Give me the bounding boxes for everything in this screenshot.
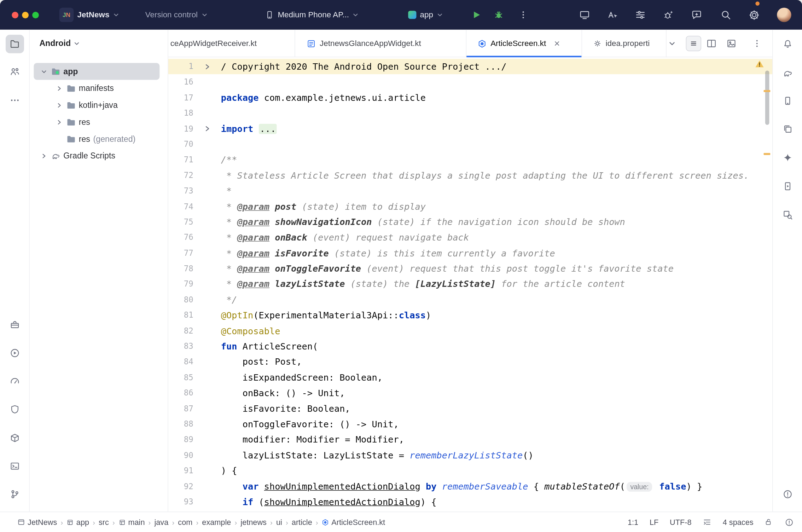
device-manager-button[interactable] [773, 96, 802, 106]
search-everywhere-button[interactable] [720, 0, 732, 30]
line-number[interactable]: 81 [168, 308, 193, 323]
gemini-chat-button[interactable] [691, 0, 702, 30]
code-text[interactable]: ) { [221, 463, 237, 479]
code-text[interactable]: onBack: () -> Unit, [221, 385, 345, 401]
breadcrumb-item[interactable]: com [178, 518, 192, 527]
chevron-right-icon[interactable] [55, 102, 63, 108]
line-number[interactable]: 16 [168, 74, 193, 90]
code-text[interactable]: post: Post, [221, 354, 302, 370]
code-text[interactable]: var showUnimplementedActionDialog by rem… [221, 479, 702, 494]
line-number[interactable]: 18 [168, 105, 193, 121]
tree-item-gradle-scripts[interactable]: Gradle Scripts [30, 148, 168, 164]
tab-idea-properties[interactable]: idea.properti [582, 30, 667, 57]
preview-image-button[interactable] [726, 30, 737, 57]
code-text[interactable]: lazyListState: LazyListState = rememberL… [221, 447, 534, 463]
code-text[interactable]: /** [221, 152, 237, 168]
code-text[interactable]: * Stateless Article Screen that displays… [221, 168, 749, 183]
more-actions-button[interactable] [519, 0, 528, 30]
close-tab-icon[interactable] [553, 40, 560, 47]
close-window-button[interactable] [12, 12, 18, 18]
run-configuration-selector[interactable]: app [408, 0, 443, 30]
minimize-window-button[interactable] [22, 12, 29, 18]
code-text[interactable]: */ [221, 292, 237, 308]
logcat-filter-button[interactable] [635, 0, 646, 30]
warning-stripe-mark[interactable] [764, 153, 771, 155]
fold-arrow-icon[interactable] [193, 59, 221, 74]
user-avatar[interactable] [777, 0, 791, 30]
tab-glanceappwidgetreceiver[interactable]: ceAppWidgetReceiver.kt [168, 30, 295, 57]
warning-stripe-mark[interactable] [764, 90, 771, 92]
code-text[interactable]: * @param lazyListState (state) the [Lazy… [221, 277, 625, 292]
code-text[interactable]: package com.example.jetnews.ui.article [221, 90, 426, 105]
line-number[interactable]: 79 [168, 277, 193, 292]
chevron-right-icon[interactable] [55, 85, 63, 91]
version-control-tool-button[interactable] [0, 489, 30, 499]
tree-item-app[interactable]: app [34, 63, 159, 80]
tree-item-manifests[interactable]: manifests [30, 80, 168, 97]
breadcrumb-item[interactable]: JetNews [17, 518, 57, 527]
line-number[interactable]: 90 [168, 447, 193, 463]
notifications-button[interactable] [773, 39, 802, 49]
device-explorer-button[interactable] [0, 433, 30, 443]
code-text[interactable]: * @param onBack (event) request navigate… [221, 230, 469, 245]
line-number[interactable]: 88 [168, 416, 193, 432]
code-text[interactable]: onToggleFavorite: () -> Unit, [221, 416, 399, 432]
unlock-icon[interactable] [765, 518, 773, 527]
project-widget[interactable]: JN JetNews [59, 0, 119, 30]
line-number[interactable]: 83 [168, 339, 193, 354]
line-number[interactable]: 72 [168, 168, 193, 183]
project-view-selector[interactable]: Android [30, 30, 168, 57]
editor-scrollbar-thumb[interactable] [765, 71, 769, 125]
line-number[interactable]: 17 [168, 90, 193, 105]
line-number[interactable]: 75 [168, 214, 193, 230]
running-devices-button[interactable] [773, 181, 802, 191]
build-variants-button[interactable] [773, 124, 802, 134]
chevron-down-icon[interactable] [40, 68, 48, 74]
line-number[interactable]: 74 [168, 199, 193, 214]
code-text[interactable]: isExpandedScreen: Boolean, [221, 370, 383, 385]
tree-item-res-generated[interactable]: res (generated) [30, 131, 168, 148]
breadcrumb-item[interactable]: article [292, 518, 312, 527]
code-text[interactable]: fun ArticleScreen( [221, 339, 318, 354]
layout-inspector-button[interactable] [773, 210, 802, 220]
line-number[interactable]: 19 [168, 121, 193, 137]
code-text[interactable]: * @param onToggleFavorite (event) reques… [221, 261, 674, 277]
fullscreen-window-button[interactable] [32, 12, 39, 18]
code-text[interactable]: * @param showNavigationIcon (state) if t… [221, 214, 625, 230]
line-number[interactable]: 93 [168, 494, 193, 510]
line-number[interactable]: 91 [168, 463, 193, 479]
inspection-warning-icon[interactable] [755, 60, 764, 68]
code-text[interactable]: @OptIn(ExperimentalMaterial3Api::class) [221, 308, 431, 323]
encoding-widget[interactable]: UTF-8 [670, 518, 691, 527]
breadcrumb-item[interactable]: example [202, 518, 231, 527]
split-editor-button[interactable] [707, 30, 717, 57]
breadcrumb-item[interactable]: app [66, 518, 89, 527]
breadcrumb-item[interactable]: jetnews [240, 518, 267, 527]
device-mirroring-button[interactable] [579, 0, 590, 30]
people-tool-button[interactable] [0, 66, 30, 77]
code-text[interactable]: modifier: Modifier = Modifier, [221, 432, 404, 447]
vcs-widget[interactable]: Version control [145, 0, 208, 30]
profiler-tool-button[interactable] [0, 376, 30, 386]
status-error-icon[interactable] [785, 517, 794, 527]
line-number[interactable]: 77 [168, 245, 193, 261]
settings-button[interactable] [748, 0, 760, 30]
caret-position-widget[interactable]: 1:1 [628, 518, 638, 527]
indent-style-icon[interactable] [703, 518, 711, 527]
line-number[interactable]: 80 [168, 292, 193, 308]
breadcrumb-item[interactable]: main [118, 518, 145, 527]
project-tool-button[interactable] [0, 35, 30, 53]
gradle-button[interactable] [773, 68, 802, 78]
code-editor[interactable]: 1/ Copyright 2020 The Android Open Sourc… [168, 57, 772, 511]
line-number[interactable]: 76 [168, 230, 193, 245]
problems-button[interactable] [773, 489, 802, 499]
line-number[interactable]: 92 [168, 479, 193, 494]
line-separator-widget[interactable]: LF [650, 518, 658, 527]
tab-articlescreen[interactable]: ArticleScreen.kt [466, 30, 582, 57]
code-text[interactable]: import ... [221, 121, 277, 137]
line-number[interactable]: 73 [168, 183, 193, 199]
tree-item-kotlin-java[interactable]: kotlin+java [30, 97, 168, 114]
line-number[interactable]: 78 [168, 261, 193, 277]
tab-jetnewsglanceappwidget[interactable]: JetnewsGlanceAppWidget.kt [295, 30, 467, 57]
code-text[interactable]: / Copyright 2020 The Android Open Source… [221, 59, 507, 74]
